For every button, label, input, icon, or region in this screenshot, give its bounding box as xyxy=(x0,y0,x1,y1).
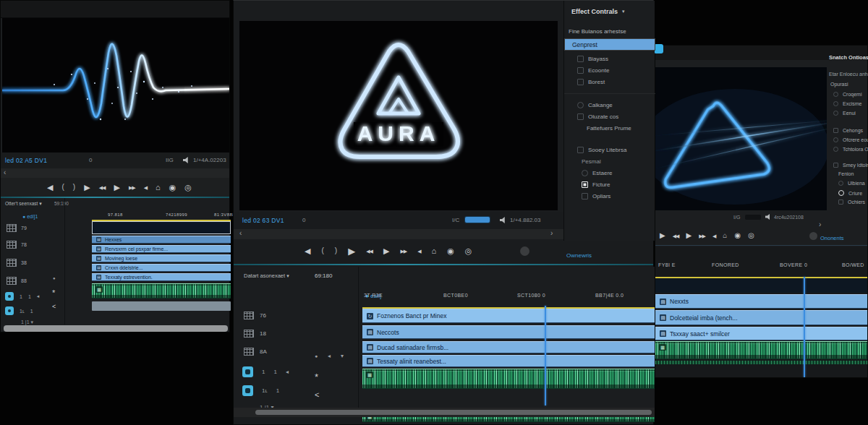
lens-button[interactable]: ◉ xyxy=(447,247,454,255)
checkbox-icon[interactable] xyxy=(582,193,588,199)
radio-icon[interactable] xyxy=(833,147,838,152)
mark-out-button[interactable]: ) xyxy=(73,184,75,191)
timeline-clip[interactable]: ▤ Rervsxrm cel psxpar firme... xyxy=(92,245,231,253)
timeline-clip[interactable]: ↻ Foznenos Banct pr Minex xyxy=(362,309,655,323)
step-back-button[interactable]: ◀ xyxy=(305,247,310,255)
radio-icon[interactable] xyxy=(833,111,838,116)
left-monitor-scrollbar[interactable]: ‹ xyxy=(1,168,229,178)
sequence-dropdown[interactable]: Datart asonexaet ▾ xyxy=(244,272,289,279)
track-toggle-icon[interactable] xyxy=(5,306,14,315)
effect-item[interactable]: Fattefuers Prume xyxy=(577,125,631,132)
settings-button[interactable]: ◎ xyxy=(465,247,472,255)
monitor-hscrollbar[interactable]: ‹ › xyxy=(234,229,563,239)
option-item[interactable]: Ulbiena xyxy=(838,181,865,186)
trim-tool-icon[interactable]: < xyxy=(315,391,319,399)
empty-track-row[interactable] xyxy=(655,278,867,293)
timeline-hscrollbar[interactable] xyxy=(4,325,228,332)
tri-left-icon[interactable]: ◂ xyxy=(37,293,40,299)
timeline-clip[interactable]: ▤ Tsxxay saact+ smilcer xyxy=(655,327,867,340)
trim-tool-icon[interactable]: < xyxy=(52,304,56,310)
step-forward-button[interactable]: ▶ xyxy=(383,247,389,255)
effect-item[interactable]: Calkange xyxy=(577,102,613,108)
speaker-icon[interactable] xyxy=(765,214,771,220)
timeline-clip[interactable]: ▤ Texxaty estrevention. xyxy=(92,273,231,281)
snap-dot-icon[interactable]: ● xyxy=(315,353,318,359)
effect-item[interactable]: Estaere xyxy=(582,170,613,176)
next-edit-button[interactable]: ▶▶ xyxy=(699,233,705,239)
prev-edit-button[interactable]: ◀◀ xyxy=(673,233,679,239)
scroll-left-icon[interactable]: ‹ xyxy=(4,169,6,176)
export-button[interactable]: ⌂ xyxy=(156,184,161,192)
effects-panel-title[interactable]: Effect Contrals ▾ xyxy=(571,8,625,15)
left-timecode[interactable]: led 02 A5 DV1 xyxy=(5,157,47,164)
checkbox-icon[interactable] xyxy=(833,128,838,133)
prev-edit-button[interactable]: ◀◀ xyxy=(366,249,373,254)
playback-progress-bar[interactable] xyxy=(465,217,490,223)
razor-tool-icon[interactable]: * xyxy=(315,372,318,382)
radio-icon[interactable] xyxy=(577,102,584,108)
track-grid-icon[interactable] xyxy=(244,348,254,356)
audio-mute-button[interactable]: ◀ xyxy=(144,185,147,190)
effect-item[interactable]: Oluzate cos xyxy=(577,113,618,120)
timeline-clip[interactable]: ▤ Crxxn ddelstrie... xyxy=(92,264,231,272)
radio-icon[interactable] xyxy=(838,181,843,186)
edit-link[interactable]: ● edi]1 xyxy=(22,214,38,219)
selected-effect-row[interactable]: Genprest xyxy=(564,38,655,51)
option-item[interactable]: Tchtolora Ohone xyxy=(833,147,868,152)
radio-icon[interactable] xyxy=(833,137,838,142)
radio-icon[interactable] xyxy=(838,190,844,196)
timeline-clip[interactable]: ▤ Neccots xyxy=(362,325,655,339)
settings-button[interactable]: ◎ xyxy=(748,232,754,239)
option-item[interactable]: Excisme xyxy=(833,101,861,106)
play-button[interactable]: ▶ xyxy=(84,184,90,192)
snap-dot-icon[interactable]: ● xyxy=(53,276,56,280)
timeline-clip[interactable]: ▤ Nexxts xyxy=(655,294,867,309)
export-button[interactable]: ⌂ xyxy=(432,247,437,255)
option-item[interactable]: Eenui xyxy=(833,111,856,116)
mark-out-button[interactable]: ) xyxy=(335,247,337,254)
record-button[interactable] xyxy=(520,246,529,256)
playhead[interactable] xyxy=(804,277,805,377)
effect-item[interactable]: Opliars xyxy=(582,193,610,199)
checkbox-icon[interactable] xyxy=(838,199,843,205)
timeline-hscrollbar[interactable] xyxy=(255,410,652,415)
option-item[interactable]: Ofcrere eou xyxy=(833,137,868,142)
effect-item[interactable]: Borest xyxy=(577,79,605,85)
options-panel-title[interactable]: Snatch Ontioas ▾ xyxy=(829,54,868,61)
scroll-left-icon[interactable]: ‹ xyxy=(239,230,242,237)
prev-edit-button[interactable]: ◀◀ xyxy=(99,185,106,190)
checkbox-icon[interactable] xyxy=(577,79,584,85)
timeline-clip[interactable]: ▤ Movineg loese xyxy=(92,254,231,262)
mark-in-button[interactable]: ( xyxy=(321,247,323,254)
effect-item[interactable]: Ecoonte xyxy=(577,67,609,74)
option-item[interactable]: Ochiers xyxy=(838,199,865,205)
audio-clip[interactable]: ▦ xyxy=(362,369,655,389)
option-item[interactable]: Croqemi xyxy=(833,92,861,97)
mark-in-button[interactable]: ( xyxy=(61,184,64,191)
checkbox-icon[interactable] xyxy=(582,181,588,188)
timeline-clip[interactable]: ▤ Dolcetteial imba (tench... xyxy=(655,310,867,325)
effect-item[interactable]: Ficture xyxy=(582,181,610,188)
tri-left-icon[interactable]: ◂ xyxy=(286,369,289,375)
tri-left-icon[interactable]: ◂ xyxy=(328,353,331,359)
next-edit-button[interactable]: ▶▶ xyxy=(129,185,135,190)
empty-track-row[interactable] xyxy=(92,221,231,234)
effect-item[interactable]: Biayass xyxy=(577,56,608,62)
speaker-icon[interactable] xyxy=(500,217,506,223)
timeline-timecode[interactable]: 59:190 xyxy=(54,201,69,206)
audio-clip[interactable]: ▦ xyxy=(92,283,231,299)
next-edit-button[interactable]: ▶▶ xyxy=(400,249,407,254)
track-grid-icon[interactable] xyxy=(7,277,17,285)
audio-clip-thin[interactable] xyxy=(655,361,867,364)
track-toggle-icon[interactable] xyxy=(242,366,253,377)
track-toggle-icon[interactable] xyxy=(5,292,14,301)
razor-tool-icon[interactable]: * xyxy=(52,289,55,297)
radio-icon[interactable] xyxy=(833,101,838,106)
checkbox-icon[interactable] xyxy=(577,126,582,131)
track-grid-icon[interactable] xyxy=(244,312,254,319)
timeline-timecode[interactable]: 69:180 xyxy=(315,272,332,279)
track-grid-icon[interactable] xyxy=(244,330,254,338)
checkbox-icon[interactable] xyxy=(833,163,838,168)
caret-down-icon[interactable]: ▾ xyxy=(341,353,344,359)
lens-button[interactable]: ◉ xyxy=(734,232,741,239)
